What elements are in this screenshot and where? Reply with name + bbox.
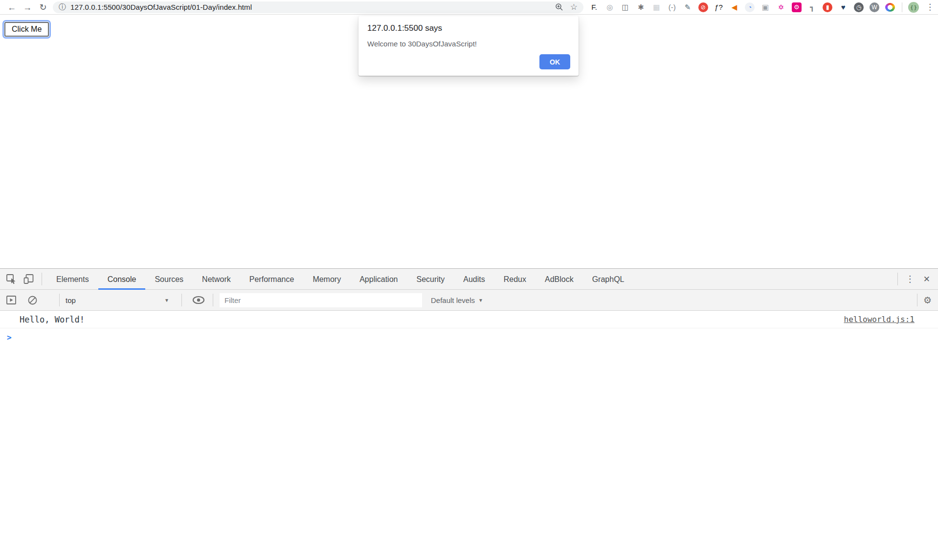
extensions-strip: F. ◎ ◫ ✱ ▦ (-) ✎ ⊘ ƒ? ◀ ◔ ▣ ✡ ⚙ ┓ ▮ ♥ ◷ …	[583, 2, 899, 12]
log-levels-label: Default levels	[431, 296, 475, 304]
back-icon[interactable]: ←	[4, 0, 20, 14]
devtools-close-icon[interactable]: ✕	[921, 274, 938, 284]
extension-icon-12[interactable]: ✡	[776, 2, 786, 12]
browser-menu-icon[interactable]: ⋮	[922, 2, 938, 12]
tab-security[interactable]: Security	[407, 269, 454, 290]
tab-elements[interactable]: Elements	[47, 269, 98, 290]
console-filter-input[interactable]	[220, 293, 422, 307]
tab-sources[interactable]: Sources	[145, 269, 193, 290]
extension-icon-4[interactable]: ▦	[651, 2, 661, 12]
extension-icon-1[interactable]: ◎	[605, 2, 615, 12]
tab-console[interactable]: Console	[98, 269, 146, 290]
console-source-link[interactable]: helloworld.js:1	[844, 315, 915, 324]
tab-application[interactable]: Application	[350, 269, 407, 290]
console-prompt-chevron-icon: >	[7, 333, 12, 342]
extension-icon-5[interactable]: (-)	[667, 2, 677, 12]
forward-icon[interactable]: →	[20, 0, 35, 14]
tabbar-separator	[42, 273, 42, 285]
extension-icon-0[interactable]: F.	[589, 2, 599, 12]
extension-icon-17[interactable]: ◷	[854, 2, 864, 12]
tab-network[interactable]: Network	[193, 269, 240, 290]
devtools-menu-icon[interactable]: ⋮	[899, 274, 921, 284]
extension-icon-14[interactable]: ┓	[807, 2, 817, 12]
devtools-panel: Elements Console Sources Network Perform…	[0, 268, 938, 560]
inspect-element-icon[interactable]	[6, 274, 17, 284]
tabbar-separator	[897, 273, 898, 285]
create-live-expression-icon[interactable]	[192, 295, 205, 305]
console-toolbar-separator	[181, 294, 182, 306]
console-toolbar: top ▼ Default levels ▼ ⚙	[0, 290, 938, 311]
extension-icon-13[interactable]: ⚙	[792, 2, 802, 12]
execution-context-select[interactable]: top ▼	[60, 296, 177, 304]
console-sidebar-toggle-icon[interactable]	[6, 295, 17, 305]
alert-ok-button[interactable]: OK	[539, 54, 570, 69]
extension-icon-15[interactable]: ▮	[823, 2, 832, 12]
tab-adblock[interactable]: AdBlock	[536, 269, 583, 290]
clear-console-icon[interactable]	[27, 295, 38, 305]
chevron-down-icon: ▼	[164, 298, 169, 303]
alert-dialog: 127.0.0.1:5500 says Welcome to 30DaysOfJ…	[358, 16, 579, 76]
tab-memory[interactable]: Memory	[303, 269, 350, 290]
console-prompt-row[interactable]: >	[0, 328, 938, 342]
console-messages: Hello, World! helloworld.js:1 >	[0, 311, 938, 342]
console-log-text: Hello, World!	[20, 315, 85, 324]
console-log-row[interactable]: Hello, World! helloworld.js:1	[0, 311, 938, 328]
log-levels-select[interactable]: Default levels ▼	[431, 296, 483, 304]
browser-window: ← → ↻ ⓘ 127.0.0.1:5500/30DaysOfJavaScrip…	[0, 0, 938, 560]
extension-icon-9[interactable]: ◀	[729, 2, 739, 12]
extension-icon-3[interactable]: ✱	[636, 2, 646, 12]
extension-icon-6[interactable]: ✎	[683, 2, 692, 12]
extension-icon-7[interactable]: ⊘	[698, 2, 708, 12]
console-settings-gear-icon[interactable]: ⚙	[923, 295, 932, 306]
tab-performance[interactable]: Performance	[240, 269, 304, 290]
button-focus-ring: Click Me	[2, 20, 51, 39]
extension-icon-19[interactable]	[885, 3, 895, 12]
alert-dialog-title: 127.0.0.1:5500 says	[367, 23, 570, 33]
page-viewport: Click Me 127.0.0.1:5500 says Welcome to …	[0, 15, 938, 268]
click-me-button[interactable]: Click Me	[4, 22, 49, 37]
url-text[interactable]: 127.0.0.1:5500/30DaysOfJavaScript/01-Day…	[70, 3, 252, 11]
device-toolbar-icon[interactable]	[23, 274, 35, 284]
toolbar-separator	[902, 2, 902, 12]
extension-icon-18[interactable]: W	[870, 2, 879, 12]
tab-audits[interactable]: Audits	[454, 269, 494, 290]
address-bar[interactable]: ⓘ 127.0.0.1:5500/30DaysOfJavaScript/01-D…	[53, 1, 583, 13]
alert-dialog-message: Welcome to 30DaysOfJavaScript!	[367, 40, 570, 48]
json-brackets-icon[interactable]: { }	[908, 2, 919, 13]
execution-context-label: top	[60, 296, 76, 304]
bookmark-star-icon[interactable]: ☆	[570, 2, 578, 12]
browser-toolbar: ← → ↻ ⓘ 127.0.0.1:5500/30DaysOfJavaScrip…	[0, 0, 938, 15]
page-info-icon[interactable]: ⓘ	[59, 2, 66, 12]
devtools-tabbar: Elements Console Sources Network Perform…	[0, 269, 938, 290]
console-toolbar-separator	[917, 294, 917, 306]
extension-icon-2[interactable]: ◫	[621, 2, 630, 12]
chevron-down-icon: ▼	[478, 298, 483, 303]
console-toolbar-separator	[213, 294, 213, 306]
tab-graphql[interactable]: GraphQL	[583, 269, 634, 290]
zoom-indicator-icon[interactable]	[555, 3, 563, 11]
extension-icon-11[interactable]: ▣	[760, 2, 770, 12]
extension-icon-8[interactable]: ƒ?	[714, 2, 724, 12]
reload-icon[interactable]: ↻	[35, 0, 51, 14]
tab-redux[interactable]: Redux	[494, 269, 536, 290]
extension-icon-10[interactable]: ◔	[745, 2, 755, 12]
extension-icon-16[interactable]: ♥	[838, 2, 848, 12]
